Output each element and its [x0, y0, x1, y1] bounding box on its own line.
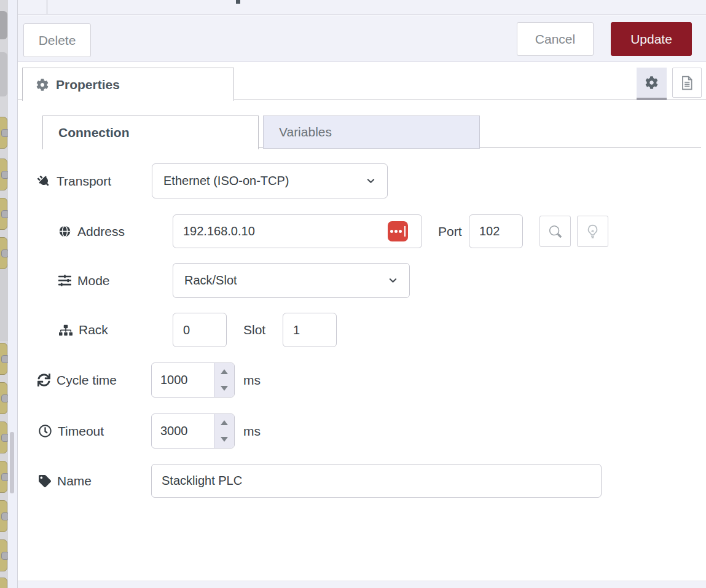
timeout-label: Timeout [39, 414, 104, 449]
timeout-spinner [151, 414, 235, 449]
edit-config-node-dialog: Delete Cancel Update Properties Connecti… [17, 0, 706, 588]
flow-workspace-strip [0, 0, 8, 588]
rack-label: Rack [59, 313, 108, 347]
cycle-time-spinner [151, 363, 235, 398]
name-input[interactable] [151, 464, 602, 498]
tag-icon [39, 475, 51, 487]
spin-down-button[interactable] [214, 380, 234, 398]
address-label: Address [58, 214, 125, 248]
rack-input[interactable] [173, 313, 227, 347]
spinner-buttons [214, 414, 234, 448]
gear-icon [36, 79, 49, 91]
workspace-node-fragment [0, 382, 7, 414]
plug-icon [35, 172, 53, 190]
workspace-node-fragment [0, 11, 7, 39]
spin-down-button[interactable] [214, 431, 234, 449]
slot-label-text: Slot [243, 323, 265, 337]
transport-label-text: Transport [57, 174, 111, 189]
screen: Delete Cancel Update Properties Connecti… [0, 0, 706, 588]
cancel-button[interactable]: Cancel [517, 22, 594, 56]
delete-button[interactable]: Delete [23, 23, 91, 57]
workspace-node-fragment [0, 198, 7, 230]
name-label-text: Name [57, 474, 92, 488]
name-label: Name [39, 464, 92, 498]
tab-connection[interactable]: Connection [42, 116, 259, 149]
workspace-node-fragment [0, 237, 7, 269]
chevron-down-icon [366, 176, 376, 186]
spinner-buttons [214, 363, 234, 397]
port-input[interactable] [469, 214, 523, 248]
refresh-icon [37, 374, 50, 386]
cycle-time-label-text: Cycle time [57, 373, 117, 388]
mode-label: Mode [58, 263, 110, 298]
workspace-node-fragment [0, 52, 7, 96]
panel-gutter [8, 0, 17, 588]
port-label-text: Port [438, 224, 462, 239]
mode-label-text: Mode [77, 273, 110, 288]
gear-icon [645, 76, 658, 89]
description-view-button[interactable] [672, 68, 702, 98]
lightbulb-button[interactable] [577, 216, 608, 247]
address-extension-icon[interactable] [388, 221, 408, 241]
properties-tab-label: Properties [56, 77, 120, 92]
scrollbar-thumb[interactable] [10, 432, 14, 493]
cycle-time-unit: ms [243, 363, 261, 398]
clipped-title-text-fragment [236, 0, 240, 4]
clock-icon [39, 425, 52, 437]
timeout-label-text: Timeout [58, 424, 104, 439]
timeout-input[interactable] [152, 414, 214, 448]
workspace-node-fragment [0, 539, 7, 571]
workspace-node-fragment [0, 578, 7, 588]
spin-up-button[interactable] [214, 414, 234, 431]
tab-variables[interactable]: Variables [263, 116, 480, 149]
tab-properties[interactable]: Properties [22, 68, 234, 101]
dialog-title-strip [18, 0, 706, 15]
properties-view-button[interactable] [637, 68, 667, 100]
rack-label-text: Rack [79, 323, 108, 337]
spin-up-button[interactable] [214, 363, 234, 380]
address-label-text: Address [77, 224, 125, 239]
workspace-node-fragment [0, 343, 7, 375]
address-field-wrap [173, 214, 422, 248]
slot-label: Slot [243, 313, 265, 347]
search-icon [549, 225, 562, 238]
document-icon [679, 75, 695, 91]
search-button[interactable] [539, 216, 571, 247]
title-strip-divider [47, 0, 47, 14]
cycle-time-input[interactable] [152, 363, 214, 397]
lightbulb-icon [585, 224, 600, 239]
address-input[interactable] [173, 214, 422, 248]
workspace-node-fragment [0, 117, 7, 149]
update-button[interactable]: Update [611, 22, 692, 56]
transport-select-value: Ethernet (ISO-on-TCP) [163, 174, 289, 188]
workspace-node-fragment [0, 421, 7, 453]
transport-select[interactable]: Ethernet (ISO-on-TCP) [152, 163, 388, 198]
workspace-background-fragment [0, 264, 8, 341]
sliders-icon [58, 274, 71, 287]
workspace-node-fragment [0, 159, 7, 190]
sitemap-icon [59, 324, 73, 336]
slot-input[interactable] [283, 313, 337, 347]
chevron-down-icon [388, 276, 398, 285]
workspace-node-fragment [0, 461, 7, 493]
workspace-node-fragment [0, 500, 7, 532]
timeout-unit: ms [243, 414, 261, 449]
mode-select[interactable]: Rack/Slot [173, 263, 410, 298]
dialog-footer-strip [18, 581, 706, 588]
port-label: Port [438, 214, 462, 248]
dialog-button-row: Delete Cancel Update [18, 15, 706, 62]
mode-select-value: Rack/Slot [184, 273, 237, 288]
globe-icon [58, 225, 71, 238]
cycle-time-label: Cycle time [37, 363, 117, 398]
transport-label: Transport [37, 163, 111, 198]
